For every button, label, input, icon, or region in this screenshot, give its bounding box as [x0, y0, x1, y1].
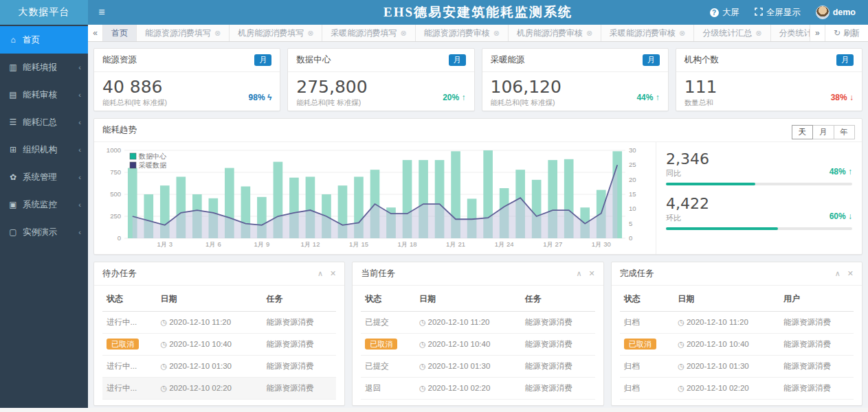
task-panel-title: 完成任务 — [620, 268, 654, 279]
table-row[interactable]: 已提交◷2020-12-10 01:30能源资源消费 — [361, 356, 594, 378]
range-button-年[interactable]: 年 — [834, 125, 856, 139]
clock-icon: ◷ — [678, 318, 685, 326]
sidebar-item-首页[interactable]: ⌂首页 — [0, 26, 88, 54]
task-cell: 能源资源消费 — [779, 312, 854, 334]
tab-close-icon[interactable]: ⊗ — [307, 29, 313, 38]
stat-card-body: 111数量总和38% ↓ — [676, 72, 862, 111]
tab-分类统计汇总[interactable]: 分类统计汇总⊗ — [771, 25, 810, 41]
status-badge: 已取消 — [107, 339, 139, 350]
fullscreen-button[interactable]: 全屏显示 — [755, 7, 801, 19]
tab-机房能源消费填写[interactable]: 机房能源消费填写⊗ — [230, 25, 322, 41]
panel-tools: ∧✕ — [576, 269, 594, 278]
status-cell: 进行中... — [102, 356, 157, 378]
month-badge[interactable]: 月 — [254, 54, 271, 66]
table-row[interactable]: 归档◷2020-12-10 01:30能源资源消费 — [620, 356, 854, 378]
stat-card-数据中心: 数据中心月275,800能耗总和(吨 标准煤)20% ↑ — [287, 48, 474, 111]
refresh-button[interactable]: ↻ 刷新 — [825, 25, 868, 41]
tab-close-icon[interactable]: ⊗ — [400, 29, 406, 38]
month-badge[interactable]: 月 — [449, 54, 466, 66]
collapse-icon[interactable]: ∧ — [835, 269, 841, 278]
sidebar-item-能耗审核[interactable]: ▤能耗审核‹ — [0, 81, 88, 108]
trend-progress-bar — [666, 183, 852, 185]
stat-card-body: 106,120能耗总和(吨 标准煤)44% ↑ — [482, 72, 668, 111]
sidebar-item-系统管理[interactable]: ✿系统管理‹ — [0, 163, 88, 191]
close-icon[interactable]: ✕ — [588, 269, 594, 278]
tab-close-icon[interactable]: ⊗ — [493, 29, 500, 38]
task-panel-title: 当前任务 — [361, 268, 395, 279]
tab-采暖能源消费审核[interactable]: 采暖能源消费审核⊗ — [601, 25, 694, 41]
user-menu[interactable]: demo — [816, 5, 856, 19]
trend-stat-value: 4,422 — [666, 195, 852, 212]
chart-icon: ▥ — [7, 62, 19, 72]
task-table-wrap: 状态日期用户归档◷2020-12-10 11:20能源资源消费已取消◷2020-… — [612, 286, 862, 405]
column-header-状态: 状态 — [620, 287, 674, 312]
table-row[interactable]: 归档◷2020-12-10 11:20能源资源消费 — [620, 312, 854, 334]
tab-采暖能源消费填写[interactable]: 采暖能源消费填写⊗ — [322, 25, 415, 41]
camera-icon: ▣ — [7, 200, 19, 209]
chevron-left-icon: ‹ — [78, 146, 81, 154]
svg-text:0: 0 — [118, 234, 121, 242]
svg-text:1月 24: 1月 24 — [495, 240, 514, 248]
table-row[interactable]: 已提交◷2020-12-10 11:20能源资源消费 — [361, 312, 594, 334]
clock-icon: ◷ — [161, 340, 168, 348]
tab-close-icon[interactable]: ⊗ — [755, 29, 761, 38]
table-row[interactable]: 已取消◷2020-12-10 10:40能源资源消费 — [620, 334, 854, 356]
table-row[interactable]: 进行中...◷2020-12-10 01:30能源资源消费 — [102, 356, 336, 378]
stat-card-header: 机构个数月 — [676, 49, 862, 72]
tabs-scroll-right-icon[interactable]: » — [810, 25, 825, 41]
logo[interactable]: 大数据平台 — [0, 0, 88, 25]
table-row[interactable]: 退回◷2020-12-10 02:20能源资源消费 — [361, 378, 594, 400]
column-header-状态: 状态 — [361, 287, 415, 312]
table-row[interactable]: 归档◷2020-12-10 02:20能源资源消费 — [620, 378, 854, 400]
range-button-天[interactable]: 天 — [792, 125, 814, 139]
column-header-状态: 状态 — [102, 287, 157, 312]
column-header-任务: 任务 — [262, 287, 336, 312]
task-cell: 能源资源消费 — [262, 334, 336, 356]
tab-close-icon[interactable]: ⊗ — [214, 29, 221, 38]
sidebar-item-实例演示[interactable]: ▢实例演示‹ — [0, 218, 88, 246]
tab-机房能源消费审核[interactable]: 机房能源消费审核⊗ — [509, 25, 601, 41]
sidebar-item-组织机构[interactable]: ⊞组织机构‹ — [0, 136, 88, 163]
sidebar-item-能耗汇总[interactable]: ☰能耗汇总‹ — [0, 108, 88, 136]
task-panel-当前任务: 当前任务∧✕状态日期任务已提交◷2020-12-10 11:20能源资源消费已取… — [352, 262, 603, 406]
clock-icon: ◷ — [678, 384, 685, 392]
tabs-scroll-left-icon[interactable]: « — [88, 25, 103, 41]
collapse-icon[interactable]: ∧ — [318, 269, 323, 278]
tab-close-icon[interactable]: ⊗ — [586, 29, 592, 38]
task-panel-完成任务: 完成任务∧✕状态日期用户归档◷2020-12-10 11:20能源资源消费已取消… — [611, 262, 863, 406]
svg-text:1月 15: 1月 15 — [349, 240, 368, 248]
stat-cards-row: 能源资源月40 886能耗总和(吨 标准煤)98% ϟ数据中心月275,800能… — [93, 48, 863, 111]
stat-card-header: 能源资源月 — [94, 49, 280, 72]
month-badge[interactable]: 月 — [836, 54, 854, 66]
stat-card-title: 数据中心 — [296, 54, 331, 66]
table-row[interactable]: 已取消◷2020-12-10 10:40能源资源消费 — [102, 334, 336, 356]
svg-text:1月 30: 1月 30 — [592, 240, 611, 248]
month-badge[interactable]: 月 — [643, 54, 660, 66]
table-row[interactable]: 进行中...◷2020-12-10 02:20能源资源消费 — [102, 378, 336, 400]
table-row[interactable]: 已取消◷2020-12-10 10:40能源资源消费 — [361, 334, 594, 356]
sidebar-toggle-icon[interactable]: ≡ — [88, 6, 115, 19]
close-icon[interactable]: ✕ — [847, 269, 854, 278]
date-cell: ◷2020-12-10 11:20 — [157, 312, 263, 334]
tab-能源资源消费填写[interactable]: 能源资源消费填写⊗ — [137, 25, 230, 41]
stat-percent: 20% ↑ — [443, 93, 465, 102]
big-screen-button[interactable]: ? 大屏 — [710, 7, 739, 19]
range-button-月[interactable]: 月 — [812, 125, 834, 139]
table-row[interactable]: 进行中...◷2020-12-10 11:20能源资源消费 — [102, 312, 336, 334]
tab-能源资源消费审核[interactable]: 能源资源消费审核⊗ — [416, 25, 509, 41]
sidebar-item-能耗填报[interactable]: ▥能耗填报‹ — [0, 54, 88, 81]
tab-分级统计汇总[interactable]: 分级统计汇总⊗ — [694, 25, 770, 41]
close-icon[interactable]: ✕ — [330, 269, 336, 278]
stat-card-body: 40 886能耗总和(吨 标准煤)98% ϟ — [94, 72, 280, 111]
sidebar-item-label: 能耗汇总 — [23, 117, 57, 128]
tab-首页[interactable]: 首页 — [103, 25, 137, 41]
tab-close-icon[interactable]: ⊗ — [679, 29, 685, 38]
sidebar-item-系统监控[interactable]: ▣系统监控‹ — [0, 191, 88, 218]
clock-icon: ◷ — [419, 318, 426, 326]
tab-label: 采暖能源消费审核 — [610, 27, 676, 39]
status-badge: 已取消 — [624, 339, 656, 350]
date-cell: ◷2020-12-10 10:40 — [157, 334, 263, 356]
collapse-icon[interactable]: ∧ — [576, 269, 581, 278]
task-cell: 能源资源消费 — [262, 378, 336, 400]
panel-tools: ∧✕ — [835, 269, 854, 278]
